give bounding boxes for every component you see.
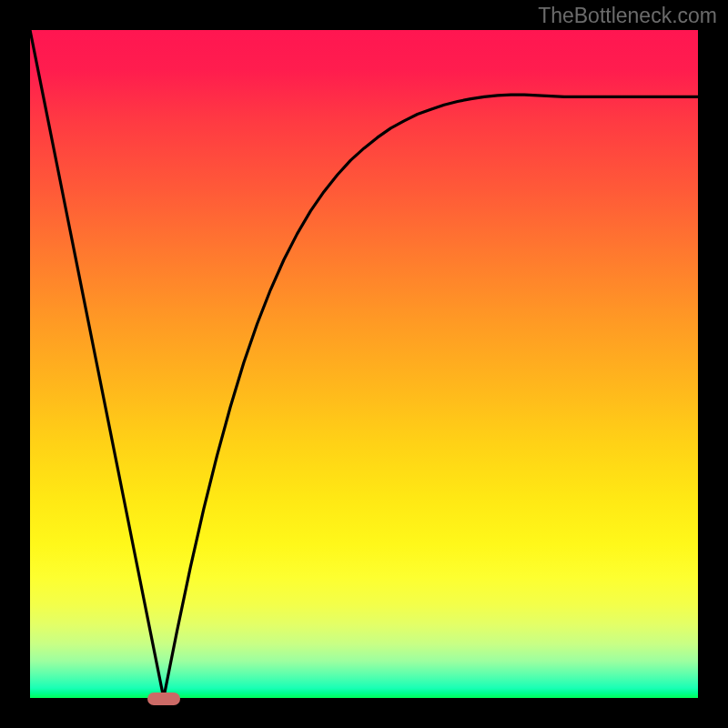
- bottleneck-curve: [30, 30, 698, 698]
- plot-area: [30, 30, 698, 698]
- watermark-text: TheBottleneck.com: [538, 4, 717, 28]
- chart-frame: TheBottleneck.com: [0, 0, 728, 728]
- curve-path: [30, 30, 698, 698]
